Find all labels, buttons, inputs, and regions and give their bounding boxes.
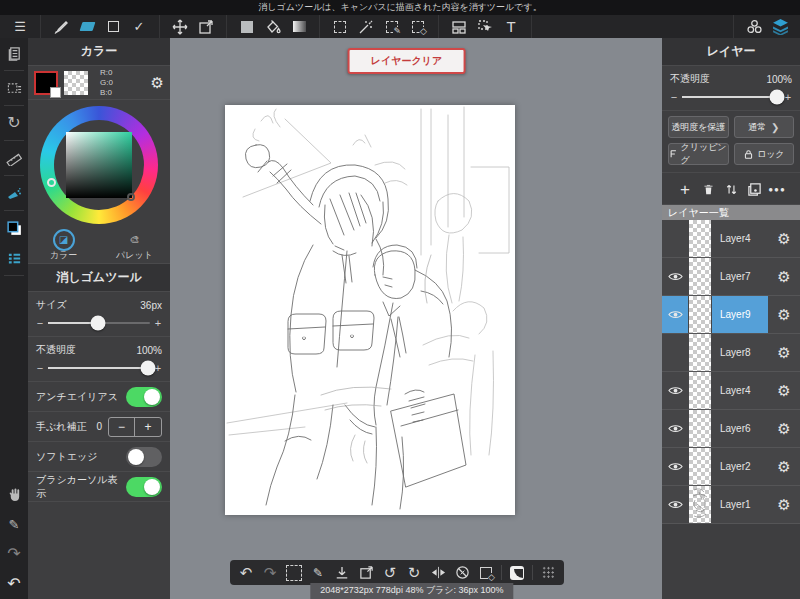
saturation-value-box[interactable] xyxy=(66,132,132,198)
layer-name[interactable]: Layer2 xyxy=(712,448,768,485)
pen-quick-icon[interactable]: ✎ xyxy=(306,560,330,585)
layer-row[interactable]: Layer2 ⚙ xyxy=(662,448,800,486)
brush-tool-icon[interactable] xyxy=(48,15,74,38)
hand-tool-icon[interactable] xyxy=(0,479,28,509)
layers-panel-icon[interactable] xyxy=(767,15,793,38)
opacity-slider[interactable]: − + xyxy=(36,357,162,379)
layer-name[interactable]: Layer1 xyxy=(712,486,768,523)
blend-mode-button[interactable]: 通常 ❯ xyxy=(734,116,795,138)
canvas-preview-icon[interactable] xyxy=(505,560,529,585)
add-layer-icon[interactable]: + xyxy=(674,180,696,198)
layer-thumbnail[interactable] xyxy=(689,410,711,447)
layer-name[interactable]: Layer4 xyxy=(712,372,768,409)
size-plus[interactable]: + xyxy=(154,317,162,329)
layer-name[interactable]: Layer9 xyxy=(712,296,768,333)
layer-settings-gear-icon[interactable]: ⚙ xyxy=(768,220,800,257)
layer-visibility-cell[interactable] xyxy=(662,258,688,295)
sv-cursor[interactable] xyxy=(127,193,135,201)
layer-thumbnail[interactable] xyxy=(689,296,711,333)
pages-icon[interactable] xyxy=(0,38,28,68)
tab-palette[interactable]: 🎨︎ パレット xyxy=(99,230,170,263)
layer-more-icon[interactable]: ●●● xyxy=(766,180,788,198)
size-minus[interactable]: − xyxy=(36,317,44,329)
layer-row[interactable]: Layer7 ⚙ xyxy=(662,258,800,296)
antialias-toggle[interactable] xyxy=(126,387,162,407)
layer-name[interactable]: Layer8 xyxy=(712,334,768,371)
brush-list-icon[interactable] xyxy=(0,243,28,273)
bucket-tool-icon[interactable] xyxy=(260,15,286,38)
layer-settings-gear-icon[interactable]: ⚙ xyxy=(768,296,800,333)
hue-cursor[interactable] xyxy=(47,178,56,187)
layer-settings-gear-icon[interactable]: ⚙ xyxy=(768,486,800,523)
clipping-button[interactable]: クリッピング xyxy=(668,143,729,165)
eraser-tool-icon[interactable] xyxy=(74,15,100,38)
pen-input-mode-icon[interactable]: ✎ xyxy=(0,509,28,539)
layer-name[interactable]: Layer4 xyxy=(712,220,768,257)
magic-wand-icon[interactable] xyxy=(353,15,379,38)
layer-settings-gear-icon[interactable]: ⚙ xyxy=(768,334,800,371)
soft-edge-toggle[interactable] xyxy=(126,447,162,467)
dot-pen-tool-icon[interactable]: ✓ xyxy=(126,15,152,38)
layer-settings-gear-icon[interactable]: ⚙ xyxy=(768,372,800,409)
layer-thumbnail[interactable] xyxy=(689,372,711,409)
stabilizer-plus-button[interactable]: + xyxy=(135,418,161,436)
foreground-color-swatch[interactable] xyxy=(34,71,58,95)
layer-visibility-cell[interactable] xyxy=(662,220,688,257)
layer-visibility-cell[interactable] xyxy=(662,296,688,333)
tab-color[interactable]: ◪ カラー xyxy=(28,230,99,263)
layer-row[interactable]: Layer8 ⚙ xyxy=(662,334,800,372)
layer-visibility-cell[interactable] xyxy=(662,410,688,447)
layer-opacity-minus[interactable]: − xyxy=(670,91,678,103)
save-button[interactable] xyxy=(330,560,354,585)
ruler-icon[interactable] xyxy=(0,143,28,173)
layer-settings-gear-icon[interactable]: ⚙ xyxy=(768,410,800,447)
shape-tool-icon[interactable] xyxy=(100,15,126,38)
gradient-tool-icon[interactable] xyxy=(286,15,312,38)
lock-button[interactable]: ロック xyxy=(734,143,795,165)
stabilizer-minus-button[interactable]: − xyxy=(109,418,135,436)
eye-icon[interactable] xyxy=(668,271,683,282)
material-panel-icon[interactable] xyxy=(741,15,767,38)
layer-settings-gear-icon[interactable]: ⚙ xyxy=(768,448,800,485)
select-move-tool-icon[interactable] xyxy=(472,15,498,38)
color-settings-gear-icon[interactable]: ⚙ xyxy=(151,75,164,90)
undo-icon[interactable]: ↶ xyxy=(0,569,28,599)
move-tool-icon[interactable] xyxy=(167,15,193,38)
eye-icon[interactable] xyxy=(668,423,683,434)
eye-icon[interactable] xyxy=(668,461,683,472)
toolbar-drag-handle[interactable] xyxy=(536,560,560,585)
fill-rect-tool-icon[interactable] xyxy=(234,15,260,38)
transparent-color-swatch[interactable] xyxy=(64,71,88,95)
reorder-layer-icon[interactable] xyxy=(720,180,742,198)
redo-button[interactable]: ↷ xyxy=(258,560,282,585)
layer-visibility-cell[interactable] xyxy=(662,448,688,485)
layer-thumbnail[interactable] xyxy=(689,486,711,523)
layer-row[interactable]: Layer1 ⚙ xyxy=(662,486,800,524)
layer-row[interactable]: Layer4 ⚙ xyxy=(662,372,800,410)
eraser-quick-icon[interactable] xyxy=(282,560,306,585)
clear-button[interactable]: ◇ xyxy=(474,560,498,585)
rotate-cw-button[interactable]: ↻ xyxy=(402,560,426,585)
airbrush-material-icon[interactable] xyxy=(0,178,28,208)
text-tool-icon[interactable]: T xyxy=(498,15,524,38)
brush-cursor-toggle[interactable] xyxy=(126,477,162,497)
panel-divide-tool-icon[interactable] xyxy=(446,15,472,38)
layer-opacity-slider[interactable]: − + xyxy=(670,86,792,108)
layer-thumbnail[interactable] xyxy=(689,220,711,257)
export-button[interactable] xyxy=(354,560,378,585)
layer-opacity-plus[interactable]: + xyxy=(784,91,792,103)
select-list-icon[interactable] xyxy=(0,73,28,103)
opacity-slider-thumb[interactable] xyxy=(140,361,155,376)
disable-draw-button[interactable] xyxy=(450,560,474,585)
layer-row[interactable]: Layer6 ⚙ xyxy=(662,410,800,448)
layer-thumbnail[interactable] xyxy=(689,258,711,295)
delete-layer-icon[interactable] xyxy=(697,180,719,198)
select-tool-icon[interactable] xyxy=(327,15,353,38)
main-menu-icon[interactable]: ☰ xyxy=(7,15,33,38)
size-slider[interactable]: − + xyxy=(36,312,162,334)
duplicate-layer-icon[interactable] xyxy=(743,180,765,198)
layer-visibility-cell[interactable] xyxy=(662,334,688,371)
canvas-stage[interactable]: レイヤークリア xyxy=(170,38,662,599)
layer-visibility-cell[interactable] xyxy=(662,372,688,409)
size-slider-thumb[interactable] xyxy=(90,316,105,331)
